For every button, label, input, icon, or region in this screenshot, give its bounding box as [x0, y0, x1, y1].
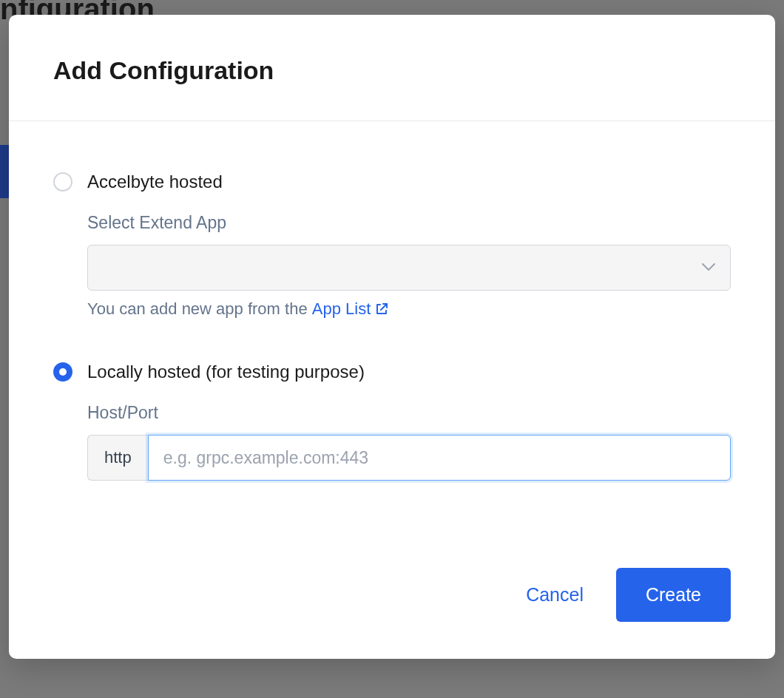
- app-list-link[interactable]: App List: [312, 299, 389, 319]
- select-extend-app-wrap: [87, 245, 731, 291]
- option-label-local: Locally hosted (for testing purpose): [87, 362, 365, 382]
- option-locally-hosted: Locally hosted (for testing purpose) Hos…: [53, 362, 731, 481]
- add-configuration-modal: Add Configuration Accelbyte hosted Selec…: [9, 15, 775, 659]
- option-label-accelbyte: Accelbyte hosted: [87, 172, 223, 192]
- create-button[interactable]: Create: [616, 568, 731, 622]
- option-row-accelbyte[interactable]: Accelbyte hosted: [53, 172, 731, 192]
- option-row-local[interactable]: Locally hosted (for testing purpose): [53, 362, 731, 382]
- host-port-label: Host/Port: [87, 403, 731, 423]
- radio-local[interactable]: [53, 362, 72, 382]
- modal-body: Accelbyte hosted Select Extend App You c…: [9, 121, 775, 546]
- modal-title: Add Configuration: [53, 56, 731, 85]
- modal-header: Add Configuration: [9, 15, 775, 121]
- app-list-help-text: You can add new app from the App List: [87, 299, 731, 319]
- host-port-input[interactable]: [148, 435, 731, 481]
- select-extend-app-label: Select Extend App: [87, 213, 731, 233]
- accelbyte-sub-section: Select Extend App You can add new app fr…: [87, 213, 731, 319]
- external-link-icon: [375, 302, 388, 316]
- modal-overlay: Add Configuration Accelbyte hosted Selec…: [0, 0, 784, 698]
- help-text-prefix: You can add new app from the: [87, 299, 312, 318]
- modal-footer: Cancel Create: [9, 546, 775, 659]
- radio-accelbyte[interactable]: [53, 172, 72, 192]
- host-port-input-group: http: [87, 435, 731, 481]
- local-sub-section: Host/Port http: [87, 403, 731, 481]
- app-list-link-text: App List: [312, 299, 371, 319]
- select-extend-app[interactable]: [87, 245, 731, 291]
- option-accelbyte-hosted: Accelbyte hosted Select Extend App You c…: [53, 172, 731, 319]
- input-prefix-http: http: [87, 435, 148, 481]
- cancel-button[interactable]: Cancel: [526, 584, 584, 606]
